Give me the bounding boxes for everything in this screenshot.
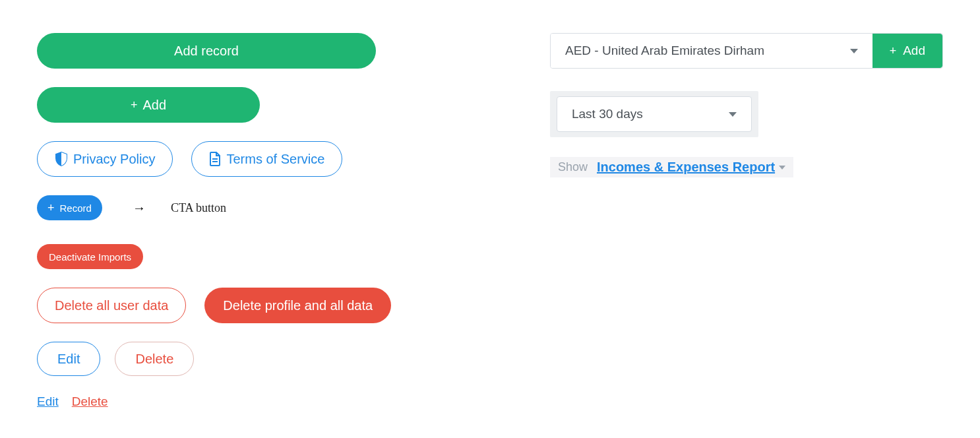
terms-label: Terms of Service: [226, 152, 324, 167]
deactivate-label: Deactivate Imports: [49, 251, 131, 263]
delete-link[interactable]: Delete: [72, 394, 108, 409]
add-record-button[interactable]: Add record: [37, 33, 376, 69]
plus-icon: +: [131, 98, 138, 112]
record-cta-button[interactable]: + Record: [37, 195, 102, 220]
delete-user-data-label: Delete all user data: [55, 298, 168, 313]
document-icon: [209, 152, 221, 166]
privacy-policy-button[interactable]: Privacy Policy: [37, 141, 173, 177]
plus-icon: +: [890, 44, 897, 58]
edit-button[interactable]: Edit: [37, 342, 100, 376]
currency-select[interactable]: AED - United Arab Emirates Dirham: [551, 34, 873, 68]
report-select-link[interactable]: Incomes & Expenses Report: [597, 160, 785, 175]
add-record-label: Add record: [174, 44, 239, 59]
privacy-policy-label: Privacy Policy: [73, 152, 155, 167]
delete-label: Delete: [135, 352, 173, 367]
record-label: Record: [60, 203, 92, 214]
edit-link[interactable]: Edit: [37, 394, 59, 409]
add-currency-button[interactable]: + Add: [873, 34, 942, 68]
chevron-down-icon: [850, 49, 858, 53]
chevron-down-icon: [779, 166, 785, 170]
shield-icon: [55, 152, 68, 166]
add-currency-label: Add: [903, 44, 925, 58]
edit-label: Edit: [57, 352, 80, 367]
deactivate-imports-button[interactable]: Deactivate Imports: [37, 244, 143, 269]
cta-annotation: CTA button: [171, 201, 226, 215]
chevron-down-icon: [729, 112, 737, 117]
currency-selected-value: AED - United Arab Emirates Dirham: [565, 44, 764, 58]
terms-button[interactable]: Terms of Service: [191, 141, 342, 177]
plus-icon: +: [47, 201, 55, 215]
show-label: Show: [558, 160, 588, 174]
delete-user-data-button[interactable]: Delete all user data: [37, 288, 186, 323]
arrow-right-icon: →: [133, 201, 146, 216]
add-button[interactable]: + Add: [37, 87, 260, 123]
period-select[interactable]: Last 30 days: [557, 96, 752, 132]
delete-profile-label: Delete profile and all data: [223, 298, 373, 313]
report-link-label: Incomes & Expenses Report: [597, 160, 775, 175]
delete-profile-button[interactable]: Delete profile and all data: [204, 288, 391, 323]
add-label: Add: [142, 98, 166, 113]
period-selected-value: Last 30 days: [572, 107, 643, 121]
delete-button[interactable]: Delete: [115, 342, 194, 376]
